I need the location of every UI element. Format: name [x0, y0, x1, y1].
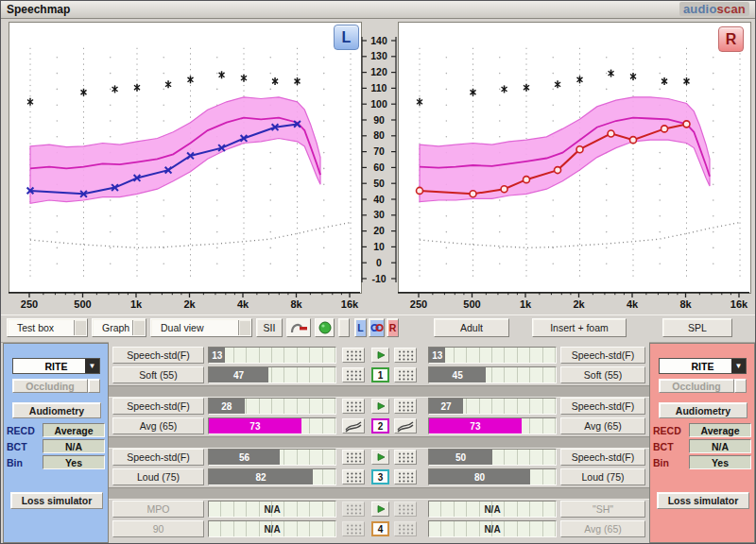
right-test-label[interactable]: Speech-std(F)	[560, 347, 645, 364]
test-number-box[interactable]: 4	[371, 521, 389, 536]
age-button[interactable]: Adult	[434, 318, 509, 337]
left-recd-value[interactable]: Average	[43, 423, 105, 437]
graph-dropdown[interactable]: Graph	[92, 318, 146, 337]
svg-text:40: 40	[373, 194, 385, 205]
svg-text:140: 140	[370, 35, 387, 46]
left-loss-simulator-button[interactable]: Loss simulator	[10, 492, 103, 509]
right-test-label[interactable]: Loud (75)	[560, 468, 645, 485]
svg-text:8k: 8k	[679, 298, 692, 310]
data-table-icon[interactable]	[394, 450, 417, 465]
test-number-box[interactable]: 3	[371, 469, 389, 484]
right-occluding-mini-button[interactable]	[734, 379, 747, 393]
left-ear-panel: RITE ▼ Occluding Audiometry RECD Average…	[3, 343, 109, 543]
test-number-box[interactable]: 1	[371, 367, 389, 382]
curves-icon[interactable]	[342, 418, 365, 434]
left-recd-label: RECD	[7, 425, 35, 436]
run-test-button[interactable]	[371, 450, 389, 465]
right-transducer-select[interactable]: RITE ▼	[659, 358, 747, 374]
svg-text:16k: 16k	[341, 298, 359, 310]
result-bar: 56	[208, 449, 336, 466]
right-bct-label: BCT	[653, 441, 674, 452]
view-dropdown[interactable]: Dual view	[150, 318, 252, 337]
data-table-icon[interactable]	[342, 399, 365, 414]
left-test-label[interactable]: Loud (75)	[112, 468, 204, 485]
run-test-button[interactable]	[371, 399, 389, 414]
left-transducer-value: RITE	[45, 361, 68, 372]
right-test-label[interactable]: Speech-std(F)	[560, 449, 645, 466]
result-value: 80	[429, 469, 530, 484]
calibration-status-button[interactable]	[315, 318, 335, 337]
left-test-label[interactable]: 90	[112, 520, 204, 537]
left-ear-toggle[interactable]: L	[354, 318, 367, 337]
left-bct-label: BCT	[7, 441, 27, 452]
svg-text:20: 20	[373, 225, 385, 236]
right-test-label[interactable]: Soft (55)	[560, 366, 645, 383]
speechmap-window: Speechmap audioscan 14013012011010090807…	[0, 0, 756, 544]
coupling-button[interactable]: Insert + foam	[532, 318, 627, 337]
data-table-icon[interactable]	[342, 521, 365, 536]
data-table-icon[interactable]	[394, 502, 417, 517]
right-test-label[interactable]: Avg (65)	[560, 417, 645, 434]
result-value: N/A	[429, 521, 556, 536]
right-audiometry-button[interactable]: Audiometry	[659, 402, 747, 418]
data-table-icon[interactable]	[394, 367, 417, 382]
probe-tube-button[interactable]	[286, 318, 311, 337]
data-table-icon[interactable]	[342, 469, 365, 484]
result-bar: 80	[428, 468, 557, 485]
run-test-button[interactable]	[371, 348, 389, 363]
left-test-label[interactable]: Speech-std(F)	[112, 449, 204, 466]
right-bin-value[interactable]: Yes	[689, 455, 751, 469]
dropdown-tail-icon[interactable]	[238, 320, 250, 335]
left-test-label[interactable]: Soft (55)	[112, 366, 204, 383]
result-bar: 73	[208, 417, 336, 434]
dropdown-arrow-icon[interactable]: ▼	[731, 359, 746, 373]
right-ear-button[interactable]: R	[718, 26, 744, 52]
svg-text:2k: 2k	[183, 298, 196, 310]
left-test-label[interactable]: Speech-std(F)	[112, 347, 204, 364]
left-ear-button[interactable]: L	[334, 25, 359, 50]
right-test-label[interactable]: Avg (65)	[560, 520, 645, 537]
sii-button[interactable]: SII	[256, 318, 283, 337]
left-test-label[interactable]: MPO	[112, 501, 204, 518]
scale-button[interactable]: SPL	[662, 318, 732, 337]
logo-audio: audio	[683, 2, 717, 16]
left-ear-graph	[9, 22, 362, 294]
right-test-label[interactable]: "SH"	[560, 501, 645, 518]
left-test-label[interactable]: Speech-std(F)	[112, 398, 204, 415]
data-table-icon[interactable]	[394, 399, 417, 414]
right-loss-simulator-button[interactable]: Loss simulator	[657, 492, 749, 509]
run-test-button[interactable]	[371, 502, 389, 517]
result-bar: 47	[208, 366, 336, 383]
dropdown-arrow-icon[interactable]: ▼	[85, 359, 99, 373]
data-table-icon[interactable]	[394, 469, 417, 484]
data-table-icon[interactable]	[394, 348, 417, 363]
spacer-button[interactable]	[338, 318, 350, 337]
band-separator	[109, 436, 649, 449]
data-table-icon[interactable]	[394, 521, 417, 536]
left-occluding-mini-button[interactable]	[88, 379, 100, 393]
dropdown-tail-icon[interactable]	[74, 320, 86, 335]
right-test-label[interactable]: Speech-std(F)	[560, 398, 645, 415]
data-table-icon[interactable]	[342, 348, 365, 363]
left-transducer-select[interactable]: RITE ▼	[12, 358, 100, 374]
left-bin-value[interactable]: Yes	[43, 455, 105, 469]
result-value: 47	[209, 367, 268, 382]
curves-icon[interactable]	[394, 418, 417, 434]
right-ear-toggle[interactable]: R	[387, 318, 399, 337]
audioscan-logo: audioscan	[679, 2, 749, 16]
left-occluding-button[interactable]: Occluding	[12, 379, 88, 393]
right-occluding-button[interactable]: Occluding	[659, 379, 734, 393]
binaural-toggle[interactable]	[369, 318, 385, 337]
data-table-icon[interactable]	[342, 367, 365, 382]
left-audiometry-button[interactable]: Audiometry	[12, 402, 101, 418]
test-number-box[interactable]: 2	[371, 418, 389, 434]
right-bct-value[interactable]: N/A	[689, 439, 751, 453]
test-box-dropdown[interactable]: Test box	[7, 318, 88, 337]
right-recd-value[interactable]: Average	[689, 423, 751, 437]
left-test-label[interactable]: Avg (65)	[112, 417, 204, 434]
right-ear-graph	[398, 22, 751, 294]
dropdown-tail-icon[interactable]	[132, 320, 145, 335]
left-bct-value[interactable]: N/A	[43, 439, 105, 453]
data-table-icon[interactable]	[342, 450, 365, 465]
data-table-icon[interactable]	[342, 502, 365, 517]
